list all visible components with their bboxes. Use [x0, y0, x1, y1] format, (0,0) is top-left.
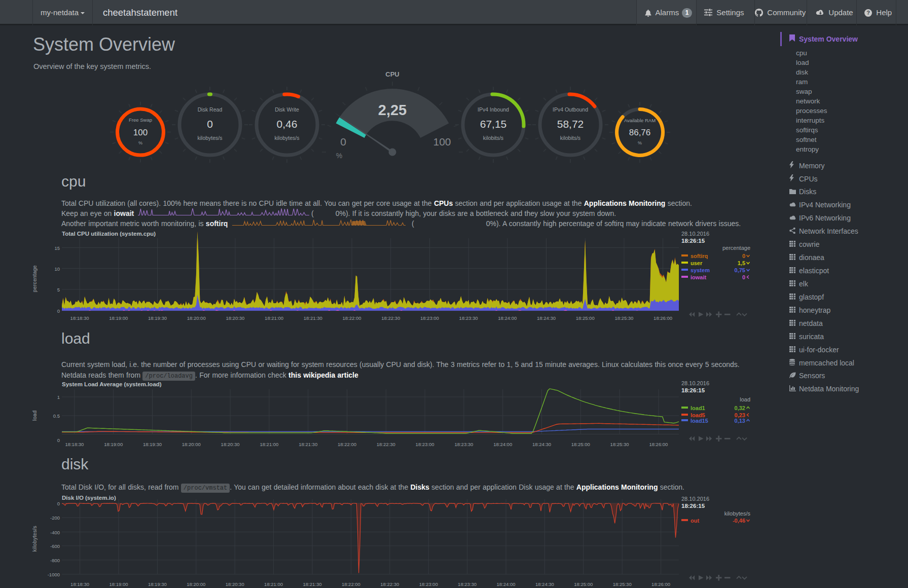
svg-text:18:22:30: 18:22:30: [377, 442, 395, 447]
svg-text:kilobytes/s: kilobytes/s: [32, 526, 38, 552]
svg-text:load: load: [32, 411, 38, 421]
svg-text:18:25:00: 18:25:00: [571, 442, 590, 447]
svg-text:18:18:30: 18:18:30: [70, 315, 89, 321]
svg-text:18:26:00: 18:26:00: [651, 581, 670, 587]
svg-text:18:20:30: 18:20:30: [221, 442, 240, 447]
svg-text:18:18:30: 18:18:30: [70, 581, 89, 587]
svg-text:0.5: 0.5: [53, 413, 60, 419]
svg-text:18:25:30: 18:25:30: [610, 442, 629, 447]
svg-text:18:22:00: 18:22:00: [343, 315, 361, 321]
svg-text:18:20:00: 18:20:00: [187, 315, 206, 321]
svg-text:18:25:30: 18:25:30: [613, 581, 632, 587]
svg-text:18:20:30: 18:20:30: [226, 315, 244, 321]
svg-text:percentage: percentage: [32, 265, 38, 292]
svg-text:18:22:30: 18:22:30: [381, 315, 400, 321]
svg-text:-800: -800: [50, 558, 60, 563]
svg-text:18:24:00: 18:24:00: [498, 315, 517, 321]
svg-text:-600: -600: [50, 543, 60, 549]
svg-text:18:24:00: 18:24:00: [493, 442, 512, 447]
svg-text:18:21:00: 18:21:00: [264, 581, 283, 587]
svg-text:18:23:30: 18:23:30: [454, 442, 473, 447]
svg-text:18:21:30: 18:21:30: [304, 315, 322, 321]
svg-text:18:21:00: 18:21:00: [265, 315, 283, 321]
svg-text:18:24:00: 18:24:00: [497, 581, 516, 587]
svg-text:1: 1: [57, 394, 60, 400]
svg-text:18:18:30: 18:18:30: [65, 442, 84, 447]
svg-text:18:19:00: 18:19:00: [104, 442, 123, 447]
svg-text:18:23:00: 18:23:00: [420, 315, 439, 321]
svg-text:18:23:00: 18:23:00: [419, 581, 438, 587]
svg-text:10: 10: [54, 266, 60, 272]
svg-text:18:21:00: 18:21:00: [260, 442, 278, 447]
svg-text:18:25:00: 18:25:00: [576, 315, 595, 321]
svg-text:0: 0: [57, 308, 60, 314]
svg-text:18:23:30: 18:23:30: [459, 315, 478, 321]
svg-text:18:26:00: 18:26:00: [653, 315, 672, 321]
svg-text:0: 0: [57, 437, 60, 443]
svg-text:18:20:00: 18:20:00: [182, 442, 201, 447]
svg-text:-200: -200: [50, 515, 60, 521]
svg-text:18:23:30: 18:23:30: [458, 581, 477, 587]
svg-text:-400: -400: [50, 530, 60, 535]
svg-text:18:25:30: 18:25:30: [614, 315, 633, 321]
svg-text:18:22:30: 18:22:30: [380, 581, 399, 587]
svg-text:18:23:00: 18:23:00: [416, 442, 434, 447]
svg-text:18:21:30: 18:21:30: [303, 581, 322, 587]
svg-text:15: 15: [54, 245, 60, 251]
svg-text:5: 5: [57, 287, 60, 292]
svg-text:18:22:00: 18:22:00: [338, 442, 356, 447]
svg-text:18:19:00: 18:19:00: [109, 315, 128, 321]
svg-text:18:26:00: 18:26:00: [649, 442, 668, 447]
svg-text:18:19:30: 18:19:30: [148, 315, 167, 321]
svg-text:18:25:00: 18:25:00: [574, 581, 593, 587]
svg-text:18:24:30: 18:24:30: [537, 315, 556, 321]
svg-text:-1000: -1000: [48, 572, 60, 577]
svg-text:18:20:00: 18:20:00: [187, 581, 205, 587]
svg-text:18:19:00: 18:19:00: [110, 581, 128, 587]
svg-text:18:24:30: 18:24:30: [532, 442, 551, 447]
svg-text:18:24:30: 18:24:30: [535, 581, 554, 587]
svg-text:18:21:30: 18:21:30: [299, 442, 317, 447]
svg-text:18:20:30: 18:20:30: [226, 581, 244, 587]
svg-text:18:22:00: 18:22:00: [342, 581, 360, 587]
svg-text:0: 0: [57, 501, 60, 506]
svg-text:18:19:30: 18:19:30: [148, 581, 167, 587]
svg-text:18:19:30: 18:19:30: [143, 442, 162, 447]
